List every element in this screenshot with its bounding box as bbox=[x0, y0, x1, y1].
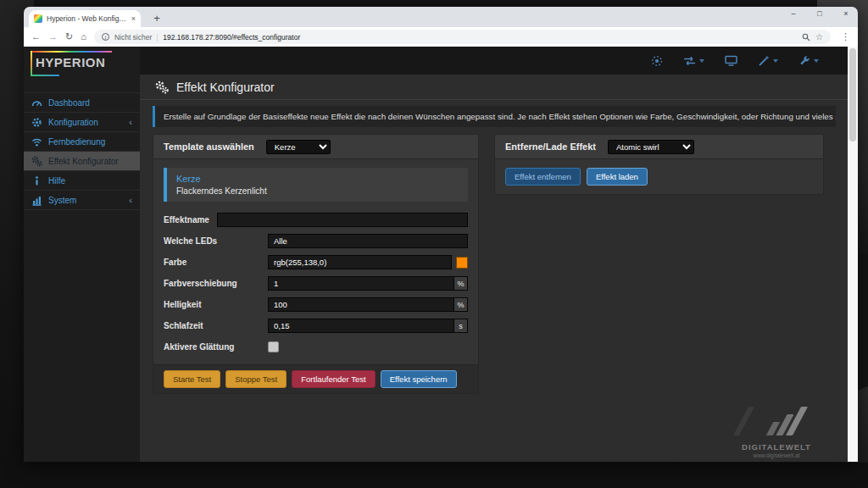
color-swatch[interactable] bbox=[456, 257, 468, 269]
browser-tab[interactable]: Hyperion - Web Konfiguration × bbox=[29, 10, 141, 27]
sidebar-item-hilfe[interactable]: Hilfe bbox=[24, 171, 140, 191]
address-bar[interactable]: i Nicht sicher 192.168.178.27:8090/#effe… bbox=[94, 30, 831, 44]
effect-template-card: Kerze Flackerndes Kerzenlicht bbox=[164, 168, 468, 202]
color-shift-input[interactable] bbox=[268, 276, 454, 291]
form-row-glaettung: Aktivere Glättung bbox=[164, 340, 468, 354]
caret-down-icon bbox=[773, 59, 778, 63]
wallpaper-mountain bbox=[0, 463, 868, 488]
which-leds-input[interactable] bbox=[268, 234, 468, 248]
browser-menu-icon[interactable]: ⋮ bbox=[838, 31, 850, 42]
browser-window: Hyperion - Web Konfiguration × + – □ × ←… bbox=[24, 7, 858, 462]
field-label: Aktivere Glättung bbox=[164, 342, 268, 352]
arrows-icon bbox=[683, 56, 696, 66]
form-row-effektname: Effektname bbox=[164, 213, 468, 227]
hyperion-page: HYPERION Dashboard bbox=[24, 47, 858, 462]
settings-button[interactable] bbox=[798, 55, 819, 67]
home-icon[interactable]: ⌂ bbox=[81, 32, 86, 42]
omnibox-divider bbox=[157, 33, 158, 42]
brightness-input[interactable] bbox=[268, 297, 454, 312]
effect-panel-header: Entferne/Lade Effekt Atomic swirl bbox=[495, 135, 823, 159]
sun-icon bbox=[651, 55, 663, 67]
watermark-subtitle: www.digitalewelt.at bbox=[726, 452, 827, 458]
forward-icon[interactable]: → bbox=[48, 32, 58, 42]
form-row-welche-leds: Welche LEDs bbox=[164, 234, 468, 248]
sidebar-item-label: Effekt Konfigurator bbox=[48, 157, 132, 166]
page-scrollbar[interactable] bbox=[848, 47, 858, 462]
site-info-icon[interactable]: i bbox=[102, 33, 109, 41]
main-area: Effekt Konfigurator Erstelle auf Grundla… bbox=[140, 47, 848, 462]
scrollbar-thumb[interactable] bbox=[849, 48, 856, 141]
browser-toolbar: ← → ↻ ⌂ i Nicht sicher 192.168.178.27:80… bbox=[24, 27, 858, 47]
sleep-time-input[interactable] bbox=[268, 319, 454, 333]
caret-down-icon bbox=[814, 59, 819, 63]
unit-suffix: % bbox=[454, 276, 468, 291]
zoom-lens-icon[interactable] bbox=[802, 33, 810, 42]
effect-name-input[interactable] bbox=[217, 213, 468, 227]
wand-icon bbox=[758, 55, 770, 67]
minimize-button[interactable]: – bbox=[788, 9, 798, 18]
page-title: Effekt Konfigurator bbox=[176, 80, 275, 94]
chart-icon bbox=[31, 195, 42, 206]
smoothing-checkbox[interactable] bbox=[268, 341, 279, 352]
screen-capture-button[interactable] bbox=[725, 55, 737, 66]
caret-down-icon bbox=[699, 59, 704, 63]
bookmark-star-icon[interactable]: ☆ bbox=[815, 32, 823, 42]
form-row-helligkeit: Helligkeit % bbox=[164, 297, 468, 312]
maximize-button[interactable]: □ bbox=[815, 9, 825, 18]
stop-test-button[interactable]: Stoppe Test bbox=[225, 370, 287, 388]
logo-accent-bar bbox=[31, 75, 59, 76]
field-label: Welche LEDs bbox=[164, 236, 268, 246]
sidebar-item-dashboard[interactable]: Dashboard bbox=[24, 93, 140, 113]
effect-panel-title: Entferne/Lade Effekt bbox=[505, 141, 596, 152]
color-input[interactable] bbox=[268, 255, 452, 269]
back-icon[interactable]: ← bbox=[31, 32, 41, 42]
url-text[interactable]: 192.168.178.27:8090/#effects_configurato… bbox=[163, 33, 797, 42]
template-panel-body: Kerze Flackerndes Kerzenlicht Effektname… bbox=[153, 159, 478, 364]
new-tab-button[interactable]: + bbox=[147, 10, 166, 27]
gears-icon bbox=[31, 156, 42, 167]
close-window-button[interactable]: × bbox=[841, 9, 851, 18]
watermark-title: DIGITALEWELT bbox=[726, 442, 827, 452]
start-test-button[interactable]: Starte Test bbox=[164, 370, 220, 388]
template-panel-title: Template auswählen bbox=[164, 141, 254, 152]
tab-title: Hyperion - Web Konfiguration bbox=[47, 14, 127, 23]
template-select[interactable]: Kerze bbox=[266, 140, 331, 154]
sidebar-item-effekt-konfigurator[interactable]: Effekt Konfigurator bbox=[24, 152, 140, 171]
sidebar-item-fernbedienung[interactable]: Fernbedienung bbox=[24, 132, 140, 152]
security-label[interactable]: Nicht sicher bbox=[114, 33, 152, 42]
field-label: Effektname bbox=[164, 215, 217, 225]
load-effect-button[interactable]: Effekt laden bbox=[587, 168, 648, 186]
effect-select[interactable]: Atomic swirl bbox=[608, 140, 694, 154]
sidebar-item-label: Hilfe bbox=[48, 176, 132, 186]
gear-icon bbox=[31, 117, 42, 128]
wizard-button[interactable] bbox=[758, 55, 778, 67]
chevron-left-icon: ‹ bbox=[129, 195, 132, 205]
sidebar-item-label: System bbox=[48, 196, 123, 205]
sidebar-item-system[interactable]: System ‹ bbox=[24, 191, 140, 210]
instance-switch-button[interactable] bbox=[683, 56, 704, 66]
logo-text: HYPERION bbox=[36, 55, 105, 69]
reload-icon[interactable]: ↻ bbox=[65, 32, 73, 42]
unit-suffix: s bbox=[454, 319, 468, 333]
sidebar: HYPERION Dashboard bbox=[24, 47, 140, 462]
effect-panel-body: Effekt entfernen Effekt laden bbox=[495, 159, 823, 194]
window-controls: – □ × bbox=[788, 9, 851, 18]
close-tab-icon[interactable]: × bbox=[131, 14, 136, 23]
top-navbar bbox=[140, 47, 848, 75]
desktop-wallpaper: Hyperion - Web Konfiguration × + – □ × ←… bbox=[0, 0, 868, 488]
sidebar-item-label: Konfiguration bbox=[48, 118, 123, 127]
info-icon bbox=[31, 175, 42, 186]
form-row-farbe: Farbe bbox=[164, 255, 468, 269]
effect-panel: Entferne/Lade Effekt Atomic swirl Effekt… bbox=[494, 134, 824, 195]
sidebar-menu: Dashboard Konfiguration ‹ bbox=[24, 92, 140, 210]
digitalewelt-logo-icon bbox=[726, 403, 827, 441]
template-panel-footer: Starte Test Stoppe Test Fortlaufender Te… bbox=[153, 364, 478, 393]
field-label: Schlafzeit bbox=[164, 321, 268, 330]
save-effect-button[interactable]: Effekt speichern bbox=[381, 370, 457, 388]
continuous-test-button[interactable]: Fortlaufender Test bbox=[292, 370, 375, 388]
remove-effect-button[interactable]: Effekt entfernen bbox=[505, 168, 581, 186]
led-visualization-button[interactable] bbox=[651, 55, 663, 67]
sidebar-item-label: Dashboard bbox=[48, 98, 132, 108]
sidebar-item-konfiguration[interactable]: Konfiguration ‹ bbox=[24, 113, 140, 132]
hyperion-logo[interactable]: HYPERION bbox=[24, 47, 140, 84]
